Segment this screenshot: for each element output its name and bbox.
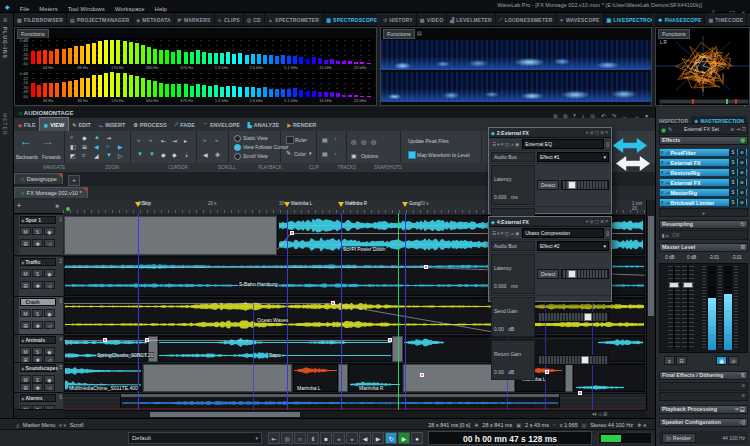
solo-button[interactable]: S [729,189,737,196]
tool-icon[interactable]: ✥ [215,151,220,158]
transport-loop-range[interactable]: ∩ [294,432,306,444]
transport-goto-start[interactable]: ⇤ [268,432,280,444]
transport-pause[interactable]: Ⅱ [307,432,319,444]
effects-section-header[interactable]: Effects◉ [659,136,748,145]
send-gain-slider[interactable] [537,312,609,322]
tab-loudnessmeter[interactable]: ⟋LOUDNESSMETER [496,13,557,26]
track-name-box[interactable]: ◉Alarms [20,394,56,402]
playback-processing-header[interactable]: Playback Processing⇥ ⬓ [659,405,748,414]
option-static-view[interactable]: Static View [243,135,268,141]
master-level-header[interactable]: Master Level⊞ [659,243,748,252]
update-peak-files-button[interactable]: Update Peak Files [408,138,449,144]
tool-icon[interactable]: ▼ [106,152,112,158]
render-button[interactable]: ▷ Render [662,433,696,443]
track-routing-button[interactable]: ◁ [44,321,55,329]
option-view-follows-cursor[interactable]: View Follows Cursor [243,144,288,150]
plugins-dock-tab[interactable]: PLUG-INS [2,27,8,59]
track-header-spur-1[interactable]: ◉Spur 11MS◉⊞✱◁ [14,215,63,256]
forwards-label[interactable]: Forwards [42,155,61,160]
return-gain-slider[interactable] [537,355,609,365]
navigate-backwards-icon[interactable]: ← [20,134,32,148]
tool-icon[interactable]: » [149,137,152,143]
tool-icon[interactable]: ⌕ [106,143,109,150]
tool-icon[interactable]: « [137,137,140,143]
final-effect-slot[interactable]: ⊿⊘ [659,382,748,391]
tool-icon[interactable]: ◢ [94,152,99,159]
mute-button[interactable]: ⊘ [738,179,746,186]
track-mute-button[interactable]: M [20,347,31,355]
status-tail-icons[interactable]: ✱ ★ [637,422,647,428]
radio-static-view[interactable] [234,135,241,142]
montage-view-mini-icons[interactable]: ⏴⏵ ⊡ ⊞ [592,411,607,418]
add-effect-button[interactable]: + [659,208,748,217]
montage-hscrollbar[interactable] [63,411,646,418]
tool-icon[interactable]: ⊞ [82,143,87,150]
external-fx-window-2[interactable]: ◆ 4:External FX + ◎ ▢ ⊘ × ☰ ▾ ≡ ◫ ⊿ ◉ Ub… [488,216,612,302]
track-name-box[interactable]: ◉Spur 1 [20,216,56,224]
audio-bus-select[interactable]: Effect #2▾ [537,241,609,251]
fx-preset-field[interactable]: Ubass Compression [522,228,604,238]
speaker-configuration-header[interactable]: Speaker Configuration◁) [659,418,748,427]
tool-icon[interactable]: ▣ [351,152,357,159]
tool-icon[interactable]: ◆ [82,134,87,141]
fx-window-buttons[interactable]: + ◎ ▢ ⊘ × [585,219,609,224]
tool-icon[interactable]: ▼ [137,151,143,157]
add-filegroup-button[interactable]: + [68,175,80,186]
transport-preset-select[interactable]: Default ▾ [128,432,262,444]
track-solo-button[interactable]: S [32,405,43,410]
ruler-label[interactable]: Ruler [295,137,307,143]
effect-slot-external-fx[interactable]: ≡⊿External FXS⊘ [659,158,748,167]
track-mute-button[interactable]: M [20,269,31,277]
solo-button[interactable]: S [729,149,737,156]
spectrogram-functions-button[interactable]: Functions [383,29,415,39]
track-header-soundscapes[interactable]: ◉Soundscapes5MS◉⊞✱◁ [14,363,63,393]
radio-view-follows-cursor[interactable] [234,144,241,151]
track-name-box[interactable]: ◉Animals [20,336,56,344]
tool-icon[interactable]: ▤ [322,150,328,157]
radio-scroll-view[interactable] [234,153,241,160]
clip-empty-region[interactable] [64,216,277,255]
preset-file-icon[interactable]: ▯ [606,230,609,236]
transport-stop[interactable]: ■ [320,432,332,444]
fx-set-button[interactable]: External FX Set [674,126,728,132]
time-display[interactable]: 00 h 00 mn 47 s 128 ms [428,431,592,445]
transport-next-marker[interactable]: ▶ [372,432,384,444]
tool-icon[interactable]: ↓ [334,150,337,156]
tab-levelmeter[interactable]: ▟LEVELMETER [447,13,496,26]
effect-slot-masterrig[interactable]: ≡⊿MasterRigS⊘ [659,188,748,197]
track-mute-button[interactable]: M [20,405,31,410]
track-solo-button[interactable]: S [32,347,43,355]
track-automation-button[interactable]: ✱ [32,383,43,391]
tab-spectrometer[interactable]: ▲SPECTROMETER [265,13,323,26]
ribbon-tab-view[interactable]: ◉VIEW [40,118,68,131]
tab-wavescope[interactable]: ✦WAVESCOPE [557,13,604,26]
resampling-slot[interactable]: ▮⊿ Off [659,230,748,240]
tool-icon[interactable]: ◀ [203,151,208,158]
track-monitor-button[interactable]: ◉ [44,405,55,410]
effect-slot-brickwall-limiter[interactable]: ≡⊿Brickwall LimiterS⊘ [659,198,748,207]
detect-button[interactable]: Detect [537,180,559,190]
navigate-forwards-icon[interactable]: → [42,134,54,148]
menu-meters[interactable]: Meters [34,6,62,12]
track-automation-button[interactable]: ✱ [32,355,43,363]
track-fx-button[interactable]: ⊞ [20,281,31,289]
tool-icon[interactable]: » [215,137,218,143]
add-track-button[interactable]: + [17,202,21,209]
tab-markers[interactable]: ◤MARKERS [175,13,215,26]
track-automation-button[interactable]: ✱ [32,239,43,247]
track-options-icon[interactable]: ✱ [55,203,59,209]
fx-window-titlebar[interactable]: ◆ 4:External FX + ◎ ▢ ⊘ × [489,217,611,227]
audio-bus-select[interactable]: Effect #1▾ [537,152,609,162]
track-monitor-button[interactable]: ◉ [44,269,55,277]
marker-flag-marimba-r[interactable] [338,202,344,207]
final-effects-header[interactable]: Final Effects / Dithering⇅ [659,371,748,380]
track-mute-button[interactable]: M [20,309,31,317]
transport-next-region[interactable]: » [346,432,358,444]
meter-mode-button[interactable]: ⊟ [676,356,687,365]
tool-icon[interactable]: ◆ [161,151,166,158]
tab-clips[interactable]: ∿CLIPS [215,13,244,26]
track-mute-button[interactable]: M [20,227,31,235]
menu-workspace[interactable]: Workspace [110,6,150,12]
track-monitor-button[interactable]: ◉ [44,375,55,383]
tool-icon[interactable]: ◎ [361,138,366,145]
